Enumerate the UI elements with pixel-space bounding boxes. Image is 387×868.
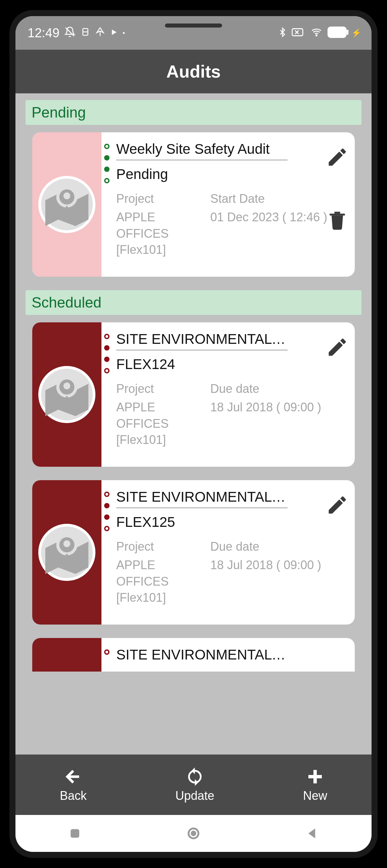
audit-title: SITE ENVIRONMENTAL A… — [116, 331, 288, 350]
phone-screen: 12:49 • — [16, 16, 371, 852]
svg-rect-13 — [70, 829, 79, 838]
play-icon — [110, 27, 118, 39]
charging-icon: ⚡ — [351, 28, 361, 38]
nav-new-label: New — [303, 789, 327, 803]
date-value: 18 Jul 2018 ( 09:00 ) — [210, 557, 347, 574]
content-area[interactable]: Pending Weekly Site — [16, 93, 371, 754]
app-icon-1 — [80, 27, 90, 39]
project-value: APPLE OFFICES [Flex101] — [116, 209, 207, 258]
svg-marker-16 — [308, 828, 315, 838]
svg-point-10 — [63, 382, 70, 390]
project-heading: Project — [116, 539, 207, 554]
refresh-icon — [185, 767, 205, 787]
battery-icon — [327, 27, 349, 39]
battery-x-icon — [292, 27, 306, 39]
date-heading: Due date — [210, 539, 347, 554]
app-header: Audits — [16, 50, 371, 93]
card-stripe — [32, 638, 101, 672]
status-dots — [104, 334, 110, 373]
bottom-nav: Back Update New — [16, 754, 371, 815]
map-pin-icon — [38, 366, 95, 423]
project-heading: Project — [116, 382, 207, 396]
audit-title: Weekly Site Safety Audit — [116, 141, 288, 160]
system-home-button[interactable] — [186, 826, 201, 841]
audit-card[interactable]: SITE ENVIRONMENTAL A… FLEX125 Project AP… — [32, 480, 355, 625]
map-pin-icon — [38, 176, 95, 233]
project-value: APPLE OFFICES [Flex101] — [116, 557, 207, 606]
svg-point-15 — [191, 832, 195, 835]
map-pin-icon — [38, 524, 95, 581]
card-stripe — [32, 480, 101, 625]
dot-icon: • — [123, 29, 125, 37]
system-back-button[interactable] — [305, 826, 320, 841]
svg-point-4 — [316, 35, 317, 36]
project-value: APPLE OFFICES [Flex101] — [116, 399, 207, 448]
plus-icon — [305, 767, 325, 787]
card-stripe — [32, 322, 101, 467]
project-heading: Project — [116, 192, 207, 206]
nav-new-button[interactable]: New — [303, 767, 327, 803]
nav-update-label: Update — [175, 789, 214, 803]
section-title-scheduled: Scheduled — [32, 294, 355, 311]
page-title: Audits — [166, 61, 221, 82]
card-stripe — [32, 132, 101, 277]
svg-marker-2 — [112, 30, 117, 35]
app-icon-2 — [95, 27, 105, 39]
audit-title: SITE ENVIRONMENTAL A… — [116, 489, 288, 508]
audit-status: Pending — [116, 166, 347, 182]
date-value: 18 Jul 2018 ( 09:00 ) — [210, 399, 347, 416]
edit-icon[interactable] — [326, 146, 349, 168]
audit-title: SITE ENVIRONMENTAL A… — [116, 647, 288, 665]
section-title-pending: Pending — [32, 104, 355, 121]
nav-back-label: Back — [60, 789, 87, 803]
status-dots — [104, 144, 110, 183]
svg-point-12 — [63, 540, 70, 547]
system-nav — [16, 815, 371, 852]
svg-rect-6 — [347, 30, 349, 35]
svg-rect-5 — [328, 27, 346, 37]
nav-back-button[interactable]: Back — [60, 767, 87, 803]
edit-icon[interactable] — [326, 336, 349, 359]
section-header-scheduled: Scheduled — [26, 290, 361, 315]
status-time: 12:49 — [28, 26, 59, 40]
audit-card[interactable]: SITE ENVIRONMENTAL A… — [32, 638, 355, 672]
phone-frame: 12:49 • — [9, 10, 378, 858]
audit-ref: FLEX124 — [116, 356, 347, 372]
audit-ref: FLEX125 — [116, 514, 347, 530]
bluetooth-icon — [277, 26, 288, 40]
svg-point-8 — [63, 192, 70, 199]
audit-card[interactable]: Weekly Site Safety Audit Pending Project… — [32, 132, 355, 277]
edit-icon[interactable] — [326, 494, 349, 517]
bell-off-icon — [64, 26, 76, 40]
status-bar: 12:49 • — [16, 16, 371, 50]
system-recent-button[interactable] — [67, 826, 82, 841]
wifi-icon — [310, 27, 323, 39]
nav-update-button[interactable]: Update — [175, 767, 214, 803]
trash-icon[interactable] — [326, 209, 349, 232]
arrow-left-icon — [63, 767, 83, 787]
status-dots — [104, 492, 110, 531]
earpiece — [165, 24, 222, 28]
section-header-pending: Pending — [26, 100, 361, 125]
date-heading: Due date — [210, 382, 347, 396]
audit-card[interactable]: SITE ENVIRONMENTAL A… FLEX124 Project AP… — [32, 322, 355, 467]
status-dots — [104, 649, 110, 655]
